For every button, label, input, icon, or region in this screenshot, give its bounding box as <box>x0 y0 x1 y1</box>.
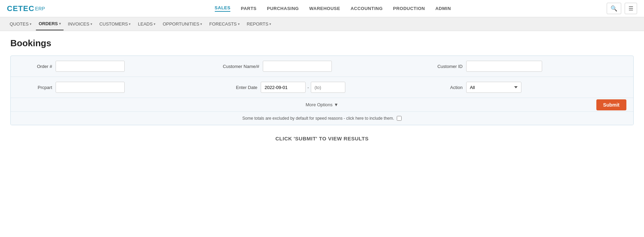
nav-parts[interactable]: PARTS <box>241 6 257 11</box>
more-options-button[interactable]: More Options ▼ <box>306 102 338 107</box>
order-label: Order # <box>18 64 52 69</box>
order-input[interactable] <box>56 61 125 72</box>
subnav-orders[interactable]: ORDERS ▾ <box>36 18 64 30</box>
page-title: Bookings <box>10 38 634 49</box>
date-to-input[interactable] <box>311 82 345 93</box>
page-content: Bookings Order # Customer Name/# Custome… <box>0 31 644 159</box>
customer-id-group: Customer ID <box>428 61 626 72</box>
action-group: Action All Open Closed <box>428 82 626 93</box>
more-options-label: More Options <box>306 102 333 107</box>
enter-date-label: Enter Date <box>223 85 257 90</box>
subnav-quotes[interactable]: QUOTES ▾ <box>7 18 34 30</box>
submit-button[interactable]: Submit <box>596 99 626 110</box>
customer-id-label: Customer ID <box>428 64 463 69</box>
date-range-group: - <box>261 82 345 93</box>
logo-erp: ERP <box>35 6 45 11</box>
date-from-input[interactable] <box>261 82 306 93</box>
order-group: Order # <box>18 61 216 72</box>
chevron-down-icon: ▾ <box>154 22 155 26</box>
nav-accounting[interactable]: ACCOUNTING <box>350 6 383 11</box>
nav-warehouse[interactable]: WAREHOUSE <box>309 6 340 11</box>
totals-text: Some totals are excluded by default for … <box>242 116 402 121</box>
totals-row: Some totals are excluded by default for … <box>11 112 633 125</box>
subnav-customers[interactable]: CUSTOMERS ▾ <box>97 18 134 30</box>
nav-right: 🔍 ☰ <box>607 3 637 14</box>
customer-name-input[interactable] <box>263 61 332 72</box>
logo-cetec: CETEC <box>7 4 35 13</box>
main-nav: SALES PARTS PURCHASING WAREHOUSE ACCOUNT… <box>59 5 607 12</box>
results-placeholder: CLICK 'SUBMIT' TO VIEW RESULTS <box>276 136 369 141</box>
top-nav: CETEC ERP SALES PARTS PURCHASING WAREHOU… <box>0 0 644 17</box>
customer-id-input[interactable] <box>466 61 542 72</box>
prcpart-input[interactable] <box>56 82 125 93</box>
customer-name-group: Customer Name/# <box>223 61 421 72</box>
subnav-opportunities[interactable]: OPPORTUNITIES ▾ <box>160 18 205 30</box>
chevron-down-icon: ▾ <box>238 22 240 26</box>
filter-box: Order # Customer Name/# Customer ID Prcp… <box>10 56 634 125</box>
chevron-down-icon: ▾ <box>30 22 31 26</box>
sub-nav: QUOTES ▾ ORDERS ▾ INVOICES ▾ CUSTOMERS ▾… <box>0 17 644 31</box>
filter-row-options: More Options ▼ Submit <box>11 98 633 112</box>
logo[interactable]: CETEC ERP <box>7 4 45 13</box>
subnav-reports[interactable]: REPORTS ▾ <box>244 18 274 30</box>
prcpart-group: Prcpart <box>18 82 216 93</box>
subnav-invoices[interactable]: INVOICES ▾ <box>65 18 95 30</box>
prcpart-label: Prcpart <box>18 85 52 90</box>
subnav-forecasts[interactable]: FORECASTS ▾ <box>206 18 242 30</box>
search-button[interactable]: 🔍 <box>607 3 621 14</box>
filter-row-2: Prcpart Enter Date - Action All Open Clo… <box>11 77 633 98</box>
chevron-down-icon: ▾ <box>269 22 271 26</box>
nav-production[interactable]: PRODUCTION <box>393 6 425 11</box>
totals-message: Some totals are excluded by default for … <box>242 116 394 121</box>
chevron-down-icon: ▾ <box>129 22 131 26</box>
nav-sales[interactable]: SALES <box>215 5 231 12</box>
chevron-down-icon: ▾ <box>200 22 202 26</box>
action-select[interactable]: All Open Closed <box>466 82 521 93</box>
action-label: Action <box>428 85 463 90</box>
date-separator: - <box>307 85 309 90</box>
customer-name-label: Customer Name/# <box>223 64 259 69</box>
results-area: CLICK 'SUBMIT' TO VIEW RESULTS <box>10 125 634 152</box>
chevron-down-icon: ▾ <box>90 22 92 26</box>
menu-button[interactable]: ☰ <box>625 3 637 14</box>
nav-admin[interactable]: ADMIN <box>435 6 451 11</box>
enter-date-group: Enter Date - <box>223 82 421 93</box>
chevron-down-icon: ▾ <box>59 22 61 26</box>
totals-checkbox[interactable] <box>397 116 402 121</box>
filter-row-1: Order # Customer Name/# Customer ID <box>11 56 633 77</box>
subnav-leads[interactable]: LEADS ▾ <box>135 18 158 30</box>
nav-purchasing[interactable]: PURCHASING <box>267 6 299 11</box>
chevron-down-icon: ▼ <box>334 102 338 107</box>
